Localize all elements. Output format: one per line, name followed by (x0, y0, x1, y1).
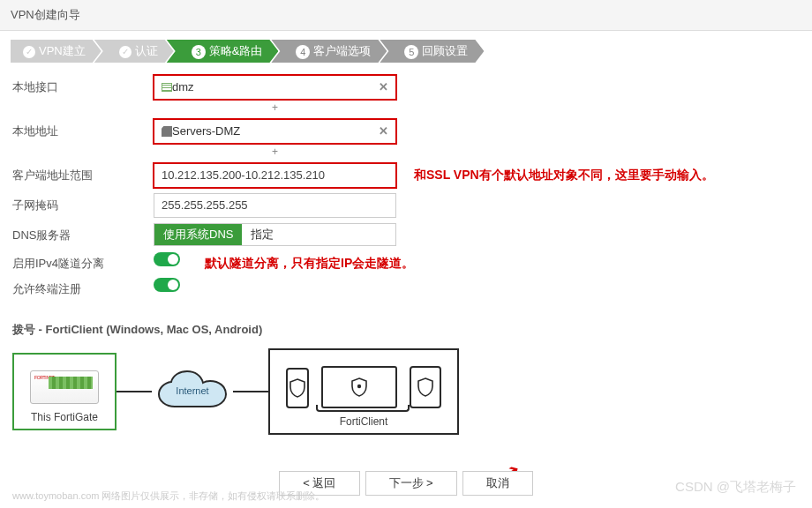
step-review: 5回顾设置 (380, 40, 484, 63)
step-policy-route: 3策略&路由 (167, 40, 279, 63)
add-address-button[interactable]: + (154, 146, 396, 158)
split-tunnel-toggle[interactable] (154, 252, 180, 266)
wizard-steps: ✓VPN建立 ✓认证 3策略&路由 4客户端选项 5回顾设置 (0, 31, 812, 68)
laptop-icon (321, 366, 397, 408)
add-interface-button[interactable]: + (154, 101, 396, 114)
dialup-title: 拨号 - FortiClient (Windows, Mac OS, Andro… (12, 322, 800, 338)
client-range-input[interactable]: 10.212.135.200-10.212.135.210 (154, 163, 396, 188)
allow-reg-toggle[interactable] (154, 278, 180, 292)
svg-text:Internet: Internet (176, 385, 208, 396)
cancel-button[interactable]: 取消 (462, 471, 533, 496)
local-interface-label: 本地接口 (12, 75, 154, 95)
step-number: 5 (404, 45, 418, 59)
fortigate-box: This FortiGate (12, 353, 117, 430)
connector-line (233, 391, 268, 392)
annotation-split-tunnel: 默认隧道分离，只有指定IP会走隧道。 (205, 251, 414, 272)
check-icon: ✓ (23, 46, 35, 58)
watermark-left: www.toymoban.com 网络图片仅供展示，非存储，如有侵权请联系删除。 (12, 489, 325, 503)
dns-system-option[interactable]: 使用系统DNS (154, 224, 242, 245)
dns-custom-option[interactable]: 指定 (242, 224, 282, 245)
window-title: VPN创建向导 (0, 0, 812, 31)
local-address-field[interactable]: Servers-DMZ ✕ (154, 119, 396, 144)
local-interface-field[interactable]: dmz ✕ (154, 75, 396, 100)
subnet-input[interactable]: 255.255.255.255 (154, 193, 396, 218)
next-button[interactable]: 下一步 > (365, 471, 457, 496)
dns-segmented-control: 使用系统DNS 指定 (154, 223, 396, 246)
interface-icon (162, 83, 172, 92)
annotation-client-range: 和SSL VPN有个默认地址对象不同，这里要手动输入。 (414, 163, 714, 183)
topology-diagram: This FortiGate Internet FortiClient (12, 348, 800, 435)
fortigate-device-icon (30, 370, 99, 404)
step-number: 3 (192, 45, 206, 59)
step-auth: ✓认证 (94, 40, 174, 63)
connector-line (117, 391, 152, 392)
tablet-icon (410, 366, 441, 408)
check-icon: ✓ (119, 46, 132, 58)
internet-cloud-icon: Internet (152, 368, 233, 415)
remove-icon[interactable]: ✕ (379, 76, 388, 99)
step-number: 4 (296, 45, 310, 59)
dns-label: DNS服务器 (12, 223, 154, 243)
step-client-options: 4客户端选项 (271, 40, 387, 63)
client-range-label: 客户端地址范围 (12, 163, 154, 183)
svg-point-1 (357, 385, 361, 388)
forticlient-box: FortiClient (268, 348, 459, 435)
phone-icon (286, 368, 309, 408)
watermark-right: CSDN @飞塔老梅子 (675, 479, 796, 496)
address-icon (162, 126, 172, 137)
subnet-label: 子网掩码 (12, 193, 154, 213)
step-vpn-setup: ✓VPN建立 (11, 40, 102, 63)
allow-reg-label: 允许终端注册 (12, 277, 154, 297)
remove-icon[interactable]: ✕ (379, 120, 388, 143)
split-tunnel-label: 启用IPv4隧道分离 (12, 251, 154, 272)
local-address-label: 本地地址 (12, 119, 154, 139)
